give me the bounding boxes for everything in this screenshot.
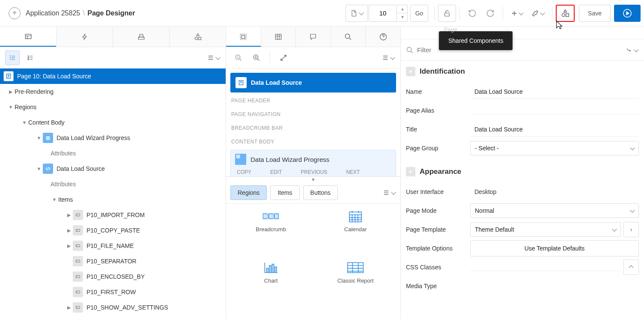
rendering-tree[interactable]: Page 10: Data Load Source ▶Pre-Rendering…	[0, 69, 226, 319]
tree-item[interactable]: ▶P10_IMPORT_FROM	[0, 207, 226, 223]
collapse-icon[interactable]: ▼	[7, 104, 15, 110]
expand-button[interactable]	[276, 51, 291, 65]
horizontal-splitter[interactable]: ▾	[226, 176, 400, 182]
layout-button-slot[interactable]: NEXT	[346, 169, 360, 175]
create-button[interactable]	[507, 5, 527, 22]
shared-components-button[interactable]	[556, 5, 575, 22]
left-menu-button[interactable]	[206, 51, 221, 65]
layout-button-slot[interactable]: EDIT	[270, 169, 282, 175]
tree-prerendering[interactable]: ▶Pre-Rendering	[0, 84, 226, 99]
layout-button-slot[interactable]: COPY	[237, 169, 251, 175]
page-number-input[interactable]	[369, 5, 397, 22]
tab-messages[interactable]	[295, 27, 331, 47]
layout-breadcrumb-label[interactable]: BREADCRUMB BAR	[230, 122, 396, 134]
gallery-menu-button[interactable]	[382, 185, 396, 200]
prop-title-input[interactable]: Data Load Source	[470, 122, 639, 137]
gallery-tab-items[interactable]: Items	[270, 185, 299, 200]
section-identification[interactable]: ▼ Identification	[401, 61, 644, 82]
page-icon	[350, 9, 357, 18]
collapse-icon[interactable]: ▼	[406, 67, 415, 76]
layout-page-nav-label[interactable]: PAGE NAVIGATION	[230, 109, 396, 120]
collapse-icon[interactable]: ▼	[35, 166, 43, 171]
svg-point-37	[407, 47, 411, 52]
tree-regions[interactable]: ▼Regions	[0, 99, 226, 115]
tab-processing[interactable]	[113, 27, 169, 47]
expand-icon[interactable]: ▶	[65, 305, 73, 310]
tree-root-page[interactable]: Page 10: Data Load Source	[0, 69, 226, 84]
expand-icon[interactable]: ▶	[65, 243, 73, 249]
layout-content-body-label[interactable]: CONTENT BODY	[230, 136, 396, 147]
tree-wizard-region[interactable]: ▼Data Load Wizard Progress	[0, 130, 226, 146]
gallery-tab-buttons[interactable]: Buttons	[303, 185, 338, 200]
expand-icon[interactable]: ▶	[65, 228, 73, 233]
tree-item[interactable]: P10_FIRST_ROW	[0, 284, 226, 300]
tab-component-view[interactable]	[261, 27, 296, 47]
breadcrumb-app[interactable]: Application 25825	[26, 9, 80, 17]
tab-layout[interactable]	[226, 27, 261, 47]
collapse-icon[interactable]: ▼	[21, 120, 28, 125]
back-button[interactable]	[9, 7, 21, 19]
go-button[interactable]: Go	[410, 5, 428, 22]
prop-page-mode-select[interactable]: Normal	[470, 203, 639, 218]
template-goto-button[interactable]: ›	[623, 222, 639, 237]
lock-button[interactable]	[438, 5, 456, 22]
expand-icon[interactable]: ▶	[7, 89, 15, 95]
tab-shared[interactable]	[169, 27, 226, 47]
template-options-button[interactable]: Use Template Defaults	[470, 240, 639, 256]
run-button[interactable]	[614, 5, 641, 22]
collapse-icon[interactable]: ▼	[406, 167, 415, 176]
spinner-down-icon[interactable]: ▼	[398, 13, 407, 21]
zoom-out-button[interactable]	[231, 51, 246, 65]
tree-item[interactable]: P10_SEPARATOR	[0, 253, 226, 269]
menu-icon	[382, 190, 390, 196]
tree-item[interactable]: ▶P10_COPY_PASTE	[0, 223, 226, 238]
prop-page-group-select[interactable]: - Select -	[470, 141, 639, 155]
redo-button[interactable]	[481, 5, 499, 22]
save-button[interactable]: Save	[579, 5, 611, 22]
tab-rendering[interactable]	[0, 27, 56, 47]
spinner-up-icon[interactable]: ▲	[398, 5, 407, 14]
page-selector-button[interactable]	[346, 5, 368, 22]
tooltip-hidden-tab: Page	[444, 26, 457, 33]
gallery-item[interactable]: Chart	[229, 261, 313, 301]
layout-page-header-label[interactable]: PAGE HEADER	[230, 95, 396, 106]
prop-page-template-select[interactable]: Theme Default	[470, 222, 621, 237]
css-expand-button[interactable]	[623, 259, 639, 275]
layout-preview[interactable]: Data Load Source PAGE HEADER PAGE NAVIGA…	[226, 69, 400, 176]
page-number-spinner[interactable]: ▲ ▼	[398, 5, 408, 22]
tree-items-folder[interactable]: ▼Items	[0, 192, 226, 207]
gallery[interactable]: BreadcrumbCalendarChartClassic Report	[226, 204, 400, 319]
property-editor[interactable]: ▼ Identification Name Data Load Source P…	[401, 61, 644, 319]
tab-search[interactable]	[331, 27, 366, 47]
sort-by-type-button[interactable]	[23, 51, 38, 65]
mid-menu-button[interactable]	[381, 51, 395, 65]
tree-source-region[interactable]: ▼Data Load Source	[0, 161, 226, 176]
tree-wizard-attributes[interactable]: Attributes	[0, 146, 226, 161]
section-appearance[interactable]: ▼ Appearance	[401, 161, 644, 182]
tree-source-attributes[interactable]: Attributes	[0, 176, 226, 192]
layout-page-region[interactable]: Data Load Source	[230, 73, 396, 92]
undo-button[interactable]	[463, 5, 481, 22]
prop-alias-input[interactable]	[470, 107, 639, 114]
tree-item[interactable]: ▶P10_SHOW_ADV_SETTINGS	[0, 300, 226, 315]
prop-name-input[interactable]: Data Load Source	[470, 85, 639, 99]
goto-group-button[interactable]	[624, 43, 639, 57]
expand-icon[interactable]: ▶	[65, 212, 73, 218]
tree-item[interactable]: P10_ENCLOSED_BY	[0, 269, 226, 284]
prop-css-input[interactable]	[470, 264, 621, 271]
layout-wizard-region[interactable]: Data Load Wizard Progress COPYEDITPREVIO…	[230, 150, 396, 176]
utilities-button[interactable]	[527, 5, 549, 22]
gallery-item[interactable]: Classic Report	[313, 261, 398, 301]
collapse-icon[interactable]: ▼	[51, 197, 58, 202]
tree-content-body[interactable]: ▼Content Body	[0, 115, 226, 130]
collapse-icon[interactable]: ▼	[35, 135, 43, 140]
tab-dynamic-actions[interactable]	[56, 27, 113, 47]
tree-item[interactable]: ▶P10_FILE_NAME	[0, 238, 226, 253]
gallery-tab-regions[interactable]: Regions	[230, 185, 267, 200]
tab-help[interactable]	[365, 27, 400, 47]
gallery-item[interactable]: Calendar	[313, 210, 398, 250]
layout-button-slot[interactable]: PREVIOUS	[301, 169, 327, 175]
gallery-item[interactable]: Breadcrumb	[229, 210, 313, 250]
sort-by-processing-button[interactable]	[5, 51, 20, 65]
zoom-in-button[interactable]	[249, 51, 264, 65]
